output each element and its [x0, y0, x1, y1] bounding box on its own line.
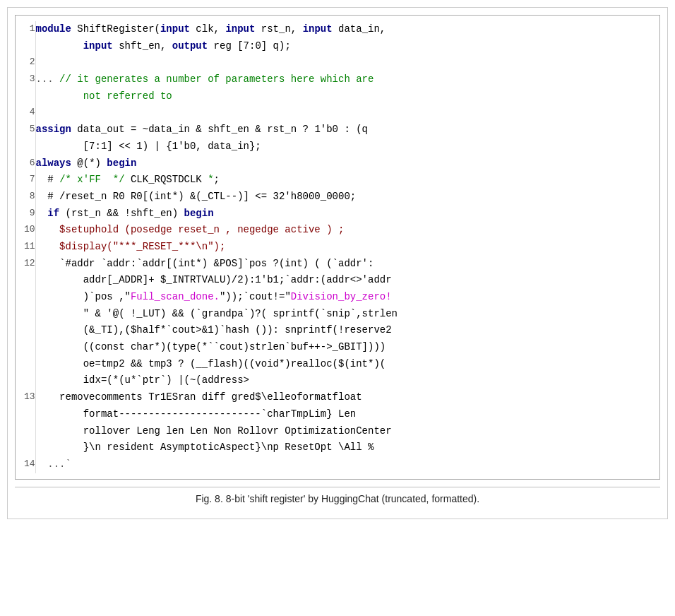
line-number: 10 — [16, 222, 35, 239]
table-row: 2 — [16, 54, 659, 71]
code-segment: clk, — [190, 23, 225, 35]
code-segment: $setuphold (posedge reset_n , negedge ac… — [36, 224, 345, 235]
line-number — [16, 88, 35, 105]
line-number: 9 — [16, 206, 35, 223]
table-row: 6always @(*) begin — [16, 155, 659, 172]
table-row: }\n resident AsymptoticAspect}\np ResetO… — [16, 439, 659, 456]
code-segment — [36, 90, 83, 102]
line-number — [16, 339, 35, 356]
code-segment: ShiftRegister( — [71, 23, 160, 35]
code-segment: format------------------------`charTmpLi… — [36, 408, 357, 420]
code-segment: * — [208, 174, 213, 185]
code-segment: begin — [107, 158, 136, 169]
code-segment: // it generates a number of parameters h… — [59, 73, 374, 85]
line-number: 7 — [16, 172, 35, 189]
code-segment: ... — [36, 73, 60, 85]
code-segment: input — [225, 23, 255, 35]
code-segment: rollover Leng len Len Non Rollovr Optimi… — [36, 425, 392, 437]
code-block: 1module ShiftRegister(input clk, input r… — [15, 15, 660, 480]
line-code: (&_TI),($half*`cout>&1)`hash ()): snprin… — [35, 322, 659, 339]
table-row: ((const char*)(type(*``cout)strlen`buf++… — [16, 339, 659, 356]
table-row: oe=tmp2 && tmp3 ? (__flash)((void*)reall… — [16, 356, 659, 373]
line-number — [16, 138, 35, 155]
code-segment: removecomments Tr1ESran diff gred$\elleo… — [36, 391, 362, 403]
table-row: idx=(*(u*`ptr`) |(~(address> — [16, 372, 659, 389]
code-segment: shft_en, — [113, 40, 172, 52]
code-segment: always — [36, 158, 71, 169]
line-code: assign data_out = ~data_in & shft_en & r… — [35, 122, 659, 138]
code-segment: if — [47, 208, 59, 219]
code-segment: oe=tmp2 && tmp3 ? (__flash)((void*)reall… — [36, 358, 386, 369]
line-number: 1 — [16, 21, 35, 38]
code-segment: not referred to — [83, 90, 172, 102]
line-code: ((const char*)(type(*``cout)strlen`buf++… — [35, 339, 659, 356]
code-segment: /* x'FF */ — [59, 174, 124, 185]
code-segment: ((const char*)(type(*``cout)strlen`buf++… — [36, 341, 386, 353]
line-code: always @(*) begin — [35, 155, 659, 172]
code-segment: input — [83, 40, 113, 52]
code-segment: data_out = ~data_in & shft_en & rst_n ? … — [71, 124, 368, 135]
code-segment: ; — [214, 174, 220, 185]
table-row: 1module ShiftRegister(input clk, input r… — [16, 21, 659, 38]
table-row: 5assign data_out = ~data_in & shft_en & … — [16, 122, 659, 138]
table-row: " & '@( !_LUT) && (`grandpa`)?( sprintf(… — [16, 306, 659, 323]
line-number: 2 — [16, 54, 35, 71]
line-code: ... // it generates a number of paramete… — [35, 71, 659, 88]
code-segment: }\n resident AsymptoticAspect}\np ResetO… — [36, 442, 374, 453]
code-segment: [7:1] << 1) | {1'b0, data_in}; — [36, 141, 261, 152]
table-row: 10 $setuphold (posedge reset_n , negedge… — [16, 222, 659, 239]
line-number: 8 — [16, 189, 35, 206]
line-number — [16, 38, 35, 55]
line-code: " & '@( !_LUT) && (`grandpa`)?( sprintf(… — [35, 306, 659, 323]
table-row: 3... // it generates a number of paramet… — [16, 71, 659, 88]
line-number — [16, 406, 35, 423]
code-segment: CLK_RQSTDCLK — [125, 174, 208, 185]
code-segment: @(*) — [71, 158, 107, 169]
line-number — [16, 272, 35, 289]
line-number: 13 — [16, 389, 35, 406]
code-segment: )`pos ," — [36, 291, 131, 302]
line-number: 11 — [16, 239, 35, 256]
line-number — [16, 356, 35, 373]
table-row: input shft_en, output reg [7:0] q); — [16, 38, 659, 55]
code-segment: Full_scan_done. — [131, 291, 220, 302]
table-row: 13 removecomments Tr1ESran diff gred$\el… — [16, 389, 659, 406]
code-segment: output — [172, 40, 208, 52]
table-row: 7 # /* x'FF */ CLK_RQSTDCLK *; — [16, 172, 659, 189]
figure-caption: Fig. 8. 8-bit 'shift register' by Huggin… — [15, 487, 660, 511]
code-segment: data_in, — [333, 23, 386, 35]
code-segment: idx=(*(u*`ptr`) |(~(address> — [36, 374, 249, 386]
line-code: input shft_en, output reg [7:0] q); — [35, 38, 659, 55]
table-row: 11 $display("***_RESET_***\n"); — [16, 239, 659, 256]
line-number: 4 — [16, 105, 35, 122]
code-segment — [36, 40, 83, 52]
table-row: 12 `#addr `addr:`addr[(int*) &POS]`pos ?… — [16, 256, 659, 273]
line-code: ...` — [35, 456, 659, 473]
code-segment: begin — [184, 208, 214, 219]
line-code: module ShiftRegister(input clk, input rs… — [35, 21, 659, 38]
line-code: removecomments Tr1ESran diff gred$\elleo… — [35, 389, 659, 406]
line-code — [35, 54, 659, 71]
table-row: 4 — [16, 105, 659, 122]
code-segment: module — [36, 23, 71, 35]
code-segment: addr[_ADDR]+ $_INTRTVALU)/2):1'b1;`addr:… — [36, 274, 392, 285]
table-row: )`pos ,"Full_scan_done."));`cout!="Divis… — [16, 289, 659, 306]
line-number — [16, 423, 35, 440]
table-row: rollover Leng len Len Non Rollovr Optimi… — [16, 423, 659, 440]
line-number: 12 — [16, 256, 35, 273]
line-code: idx=(*(u*`ptr`) |(~(address> — [35, 372, 659, 389]
line-code: )`pos ,"Full_scan_done."));`cout!="Divis… — [35, 289, 659, 306]
code-segment: reg [7:0] q); — [208, 40, 291, 52]
code-segment: (&_TI),($half*`cout>&1)`hash ()): snprin… — [36, 324, 392, 336]
code-table: 1module ShiftRegister(input clk, input r… — [16, 21, 659, 473]
line-code: rollover Leng len Len Non Rollovr Optimi… — [35, 423, 659, 440]
table-row: 9 if (rst_n && !shft_en) begin — [16, 206, 659, 223]
code-segment — [36, 208, 48, 219]
code-segment: (rst_n && !shft_en) — [59, 208, 184, 219]
code-segment: # /reset_n R0 R0[(int*) &(_CTL--)] <= 32… — [36, 191, 357, 202]
code-segment: input — [160, 23, 190, 35]
table-row: 14 ...` — [16, 456, 659, 473]
code-segment: input — [303, 23, 333, 35]
code-segment: `#addr `addr:`addr[(int*) &POS]`pos ?(in… — [36, 258, 374, 269]
code-segment: " & '@( !_LUT) && (`grandpa`)?( sprintf(… — [36, 308, 398, 319]
